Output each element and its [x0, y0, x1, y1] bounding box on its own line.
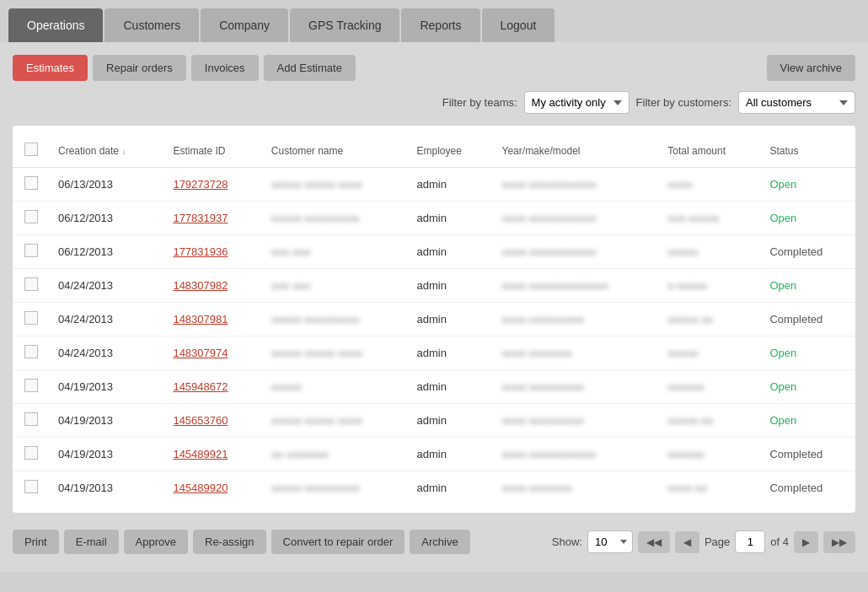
col-customer-name: Customer name — [261, 134, 407, 168]
row-checkbox[interactable] — [24, 446, 38, 460]
cell-year-make-model: ●●●● ●●●●●●●●●●● — [492, 202, 658, 235]
row-checkbox[interactable] — [24, 345, 38, 358]
top-nav: OperationsCustomersCompanyGPS TrackingRe… — [0, 0, 868, 42]
cell-employee: admin — [406, 269, 491, 303]
cell-estimate-id[interactable]: 179273728 — [163, 168, 260, 202]
cell-customer-name: ●●●●● ●●●●● ●●●● — [261, 168, 407, 202]
cell-customer-name: ●●●●● ●●●●●●●●● — [261, 471, 407, 505]
cell-estimate-id[interactable]: 177831936 — [163, 235, 260, 269]
cell-status: Completed — [759, 438, 855, 471]
prev-page-button[interactable]: ◀ — [675, 531, 699, 553]
action-btn-e-mail[interactable]: E-mail — [64, 530, 119, 554]
action-btn-approve[interactable]: Approve — [124, 530, 188, 554]
cell-customer-name: ●●● ●●● — [261, 235, 407, 269]
cell-estimate-id[interactable]: 145489920 — [163, 471, 260, 505]
cell-employee: admin — [406, 471, 491, 505]
nav-tab-gps-tracking[interactable]: GPS Tracking — [290, 8, 399, 42]
cell-employee: admin — [406, 336, 491, 370]
sub-btn-add-estimate[interactable]: Add Estimate — [264, 55, 356, 81]
cell-year-make-model: ●●●● ●●●●●●●●● — [492, 404, 658, 438]
nav-tab-company[interactable]: Company — [201, 8, 288, 42]
select-all-checkbox[interactable] — [24, 143, 38, 156]
cell-status: Open — [759, 168, 855, 202]
cell-customer-name: ●● ●●●●●●● — [261, 438, 407, 471]
cell-year-make-model: ●●●● ●●●●●●●●●●● — [492, 438, 658, 471]
cell-year-make-model: ●●●● ●●●●●●● — [492, 336, 658, 370]
row-checkbox[interactable] — [24, 277, 38, 291]
estimates-table-card: Creation date ↓ Estimate ID Customer nam… — [13, 126, 855, 513]
cell-creation-date: 04/19/2013 — [48, 404, 163, 438]
action-buttons: PrintE-mailApproveRe-assignConvert to re… — [13, 530, 470, 554]
table-row: 04/19/2013145653760●●●●● ●●●●● ●●●●admin… — [13, 404, 855, 438]
cell-employee: admin — [406, 168, 491, 202]
sub-btn-repair-orders[interactable]: Repair orders — [93, 55, 186, 81]
sub-toolbar: EstimatesRepair ordersInvoicesAdd Estima… — [13, 55, 855, 81]
cell-estimate-id[interactable]: 148307974 — [163, 336, 260, 370]
col-creation-date[interactable]: Creation date ↓ — [48, 134, 163, 168]
row-checkbox[interactable] — [24, 176, 38, 190]
cell-customer-name: ●●●●● ●●●●● ●●●● — [261, 404, 407, 438]
cell-estimate-id[interactable]: 148307982 — [163, 269, 260, 303]
filter-teams-label: Filter by teams: — [442, 96, 517, 109]
view-archive-button[interactable]: View archive — [767, 55, 855, 81]
nav-tab-logout[interactable]: Logout — [482, 8, 555, 42]
cell-creation-date: 04/24/2013 — [48, 303, 163, 336]
cell-customer-name: ●●●●● ●●●●●●●●● — [261, 303, 407, 336]
bottom-bar: PrintE-mailApproveRe-assignConvert to re… — [13, 525, 855, 559]
page-input[interactable] — [735, 530, 765, 553]
cell-customer-name: ●●●●● ●●●●● ●●●● — [261, 336, 407, 370]
cell-employee: admin — [406, 438, 491, 471]
cell-total-amount: ●●●●● ●● — [657, 303, 759, 336]
row-checkbox[interactable] — [24, 311, 38, 325]
page-label: Page — [705, 535, 730, 548]
cell-employee: admin — [406, 235, 491, 269]
filter-customers-select[interactable]: All customersSpecific customer — [738, 91, 855, 114]
show-label: Show: — [552, 535, 582, 548]
row-checkbox[interactable] — [24, 480, 38, 493]
table-row: 06/12/2013177831936●●● ●●●admin●●●● ●●●●… — [13, 235, 855, 269]
last-page-button[interactable]: ▶▶ — [823, 531, 855, 553]
col-status: Status — [759, 134, 855, 168]
action-btn-re-assign[interactable]: Re-assign — [193, 530, 266, 554]
table-row: 04/19/2013145489920●●●●● ●●●●●●●●●admin●… — [13, 471, 855, 505]
sub-btn-estimates[interactable]: Estimates — [13, 55, 88, 81]
col-estimate-id: Estimate ID — [163, 134, 260, 168]
action-btn-convert-to-repair-order[interactable]: Convert to repair order — [271, 530, 405, 554]
filter-customers-label: Filter by customers: — [636, 96, 731, 109]
cell-estimate-id[interactable]: 145948672 — [163, 370, 260, 404]
nav-tab-reports[interactable]: Reports — [401, 8, 480, 42]
table-row: 06/12/2013177831937●●●●● ●●●●●●●●●admin●… — [13, 202, 855, 235]
col-checkbox[interactable] — [13, 134, 48, 168]
row-checkbox[interactable] — [24, 244, 38, 257]
cell-status: Open — [759, 370, 855, 404]
filter-teams-select[interactable]: My activity onlyAll teams — [524, 91, 630, 114]
next-page-button[interactable]: ▶ — [794, 531, 818, 553]
cell-creation-date: 04/19/2013 — [48, 370, 163, 404]
cell-customer-name: ●●● ●●● — [261, 269, 407, 303]
nav-tab-operations[interactable]: Operations — [8, 8, 103, 42]
show-select[interactable]: 102550100 — [587, 530, 633, 553]
cell-creation-date: 06/12/2013 — [48, 235, 163, 269]
sub-btn-invoices[interactable]: Invoices — [191, 55, 259, 81]
table-row: 06/13/2013179273728●●●●● ●●●●● ●●●●admin… — [13, 168, 855, 202]
row-checkbox[interactable] — [24, 412, 38, 426]
cell-year-make-model: ●●●● ●●●●●●●●●●● — [492, 168, 658, 202]
cell-employee: admin — [406, 202, 491, 235]
cell-estimate-id[interactable]: 177831937 — [163, 202, 260, 235]
cell-total-amount: ●●●●● — [657, 336, 759, 370]
nav-tab-customers[interactable]: Customers — [104, 8, 199, 42]
first-page-button[interactable]: ◀◀ — [638, 531, 670, 553]
cell-employee: admin — [406, 303, 491, 336]
action-btn-archive[interactable]: Archive — [410, 530, 469, 554]
action-btn-print[interactable]: Print — [13, 530, 59, 554]
cell-status: Open — [759, 404, 855, 438]
cell-creation-date: 04/19/2013 — [48, 471, 163, 505]
cell-estimate-id[interactable]: 145653760 — [163, 404, 260, 438]
row-checkbox[interactable] — [24, 379, 38, 392]
col-year-make-model: Year/make/model — [492, 134, 658, 168]
cell-estimate-id[interactable]: 145489921 — [163, 438, 260, 471]
cell-estimate-id[interactable]: 148307981 — [163, 303, 260, 336]
cell-customer-name: ●●●●● ●●●●●●●●● — [261, 202, 407, 235]
cell-year-make-model: ●●●● ●●●●●●●●● — [492, 303, 658, 336]
row-checkbox[interactable] — [24, 210, 38, 223]
